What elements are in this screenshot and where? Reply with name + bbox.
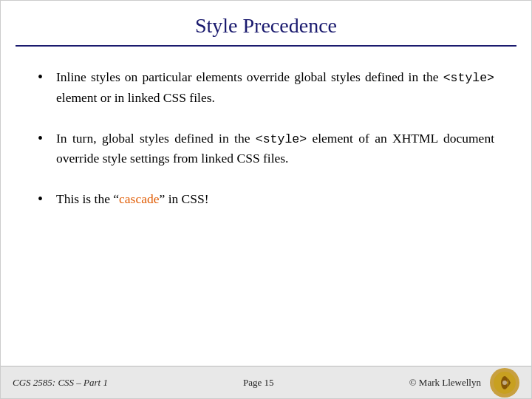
footer-course: CGS 2585: CSS – Part 1 (13, 377, 108, 389)
footer-page: Page 15 (243, 377, 274, 389)
footer-copyright: © Mark Llewellyn (409, 377, 481, 389)
logo-svg (492, 370, 517, 395)
bullet-text-3: This is the “cascade” in CSS! (56, 189, 209, 209)
footer: CGS 2585: CSS – Part 1 Page 15 © Mark Ll… (1, 366, 531, 398)
bullet-item-2: • In turn, global styles defined in the … (38, 115, 494, 177)
bullet-dot-3: • (38, 191, 43, 208)
slide-content: • Inline styles on particular elements o… (1, 47, 531, 366)
slide-title: Style Precedence (1, 1, 531, 45)
bullet-item-1: • Inline styles on particular elements o… (38, 54, 494, 115)
footer-left-area: CGS 2585: CSS – Part 1 (13, 377, 108, 389)
footer-right-area: © Mark Llewellyn (409, 368, 519, 398)
cascade-word: cascade (119, 191, 159, 206)
footer-logo (490, 368, 519, 398)
bullet-text-2: In turn, global styles defined in the <s… (56, 129, 494, 169)
bullet-item-3: • This is the “cascade” in CSS! (38, 176, 494, 216)
bullet-dot-1: • (38, 69, 43, 86)
bullet-text-1: Inline styles on particular elements ove… (56, 67, 494, 108)
svg-point-1 (502, 381, 507, 385)
bullet-dot-2: • (38, 130, 43, 147)
slide: Style Precedence • Inline styles on part… (0, 0, 532, 399)
